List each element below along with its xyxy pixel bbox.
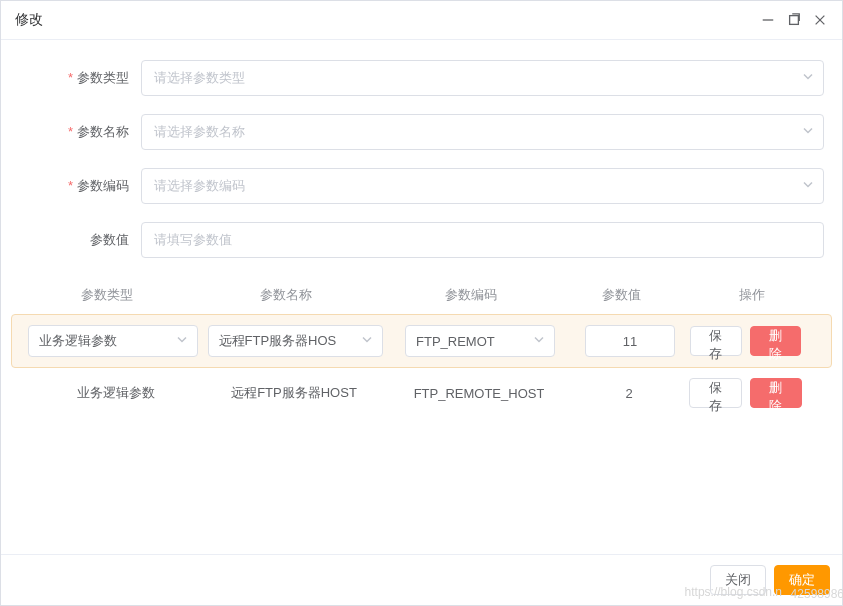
row-select-name[interactable] (208, 325, 383, 357)
form-row-param-value: 参数值 (11, 222, 832, 258)
cell-actions: 保存 删除 (689, 378, 824, 408)
dialog-footer: https://blog.csdn.n 关闭 确定 42598986 (1, 554, 842, 605)
row-type-text: 业务逻辑参数 (27, 384, 155, 402)
label-param-value: 参数值 (11, 231, 141, 249)
input-param-value-wrap (141, 222, 824, 258)
row-value-text: 2 (625, 386, 632, 401)
label-param-code: 参数编码 (11, 177, 141, 195)
cell-value: 2 (569, 386, 689, 401)
th-actions: 操作 (681, 286, 832, 304)
cell-code (390, 325, 570, 357)
select-param-type[interactable] (141, 60, 824, 96)
label-param-name: 参数名称 (11, 123, 141, 141)
delete-button[interactable]: 删除 (750, 326, 802, 356)
row-select-type[interactable] (28, 325, 198, 357)
table-header: 参数类型 参数名称 参数编码 参数值 操作 (11, 276, 832, 314)
row-name-text: 远程FTP服务器HOST (231, 384, 357, 402)
save-button[interactable]: 保存 (690, 326, 742, 356)
cell-name: 远程FTP服务器HOST (199, 384, 389, 402)
th-value: 参数值 (561, 286, 681, 304)
table-row: 保存 删除 (11, 314, 832, 368)
form-row-param-type: 参数类型 (11, 60, 832, 96)
select-param-name-wrap (141, 114, 824, 150)
cell-value (570, 325, 690, 357)
cell-name (200, 325, 390, 357)
window-controls (760, 12, 828, 28)
close-button[interactable]: 关闭 (710, 565, 766, 595)
dialog-title: 修改 (15, 11, 43, 29)
dialog-body: 参数类型 参数名称 参数编码 (1, 40, 842, 554)
cell-type (20, 325, 200, 357)
th-name: 参数名称 (191, 286, 381, 304)
params-table: 参数类型 参数名称 参数编码 参数值 操作 (11, 276, 832, 418)
cell-actions: 保存 删除 (690, 326, 823, 356)
dialog-header: 修改 (1, 1, 842, 40)
minimize-icon[interactable] (760, 12, 776, 28)
label-param-type: 参数类型 (11, 69, 141, 87)
row-code-text: FTP_REMOTE_HOST (414, 386, 545, 401)
row-input-value[interactable] (585, 325, 675, 357)
edit-dialog: 修改 参数类型 参数名称 (0, 0, 843, 606)
cell-code: FTP_REMOTE_HOST (389, 386, 569, 401)
row-select-code[interactable] (405, 325, 555, 357)
select-param-code-wrap (141, 168, 824, 204)
form-row-param-name: 参数名称 (11, 114, 832, 150)
form-row-param-code: 参数编码 (11, 168, 832, 204)
table-row: 业务逻辑参数 远程FTP服务器HOST FTP_REMOTE_HOST 2 保存… (11, 368, 832, 418)
confirm-button[interactable]: 确定 (774, 565, 830, 595)
delete-button[interactable]: 删除 (750, 378, 803, 408)
close-icon[interactable] (812, 12, 828, 28)
select-param-name[interactable] (141, 114, 824, 150)
svg-rect-1 (790, 16, 799, 25)
th-type: 参数类型 (11, 286, 191, 304)
select-param-code[interactable] (141, 168, 824, 204)
input-param-value[interactable] (141, 222, 824, 258)
select-param-type-wrap (141, 60, 824, 96)
save-button[interactable]: 保存 (689, 378, 742, 408)
cell-type: 业务逻辑参数 (19, 384, 199, 402)
maximize-icon[interactable] (786, 12, 802, 28)
th-code: 参数编码 (381, 286, 561, 304)
